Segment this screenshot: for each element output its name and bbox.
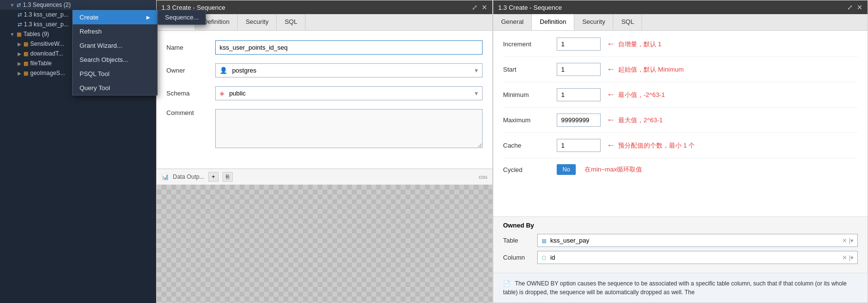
table-select-controls: ✕ |▾ (842, 237, 853, 244)
owned-table-label: Table (503, 237, 537, 244)
seq-label-2: 1.3 kss_user_p... (24, 21, 68, 28)
schema-row: Schema ◈ public ▾ (166, 86, 483, 100)
column-dropdown-icon[interactable]: |▾ (849, 254, 853, 261)
cycled-annotation-text: 在min~max循环取值 (585, 165, 642, 174)
tables-icon: ▦ (17, 31, 21, 38)
tables-label: Tables (9) (23, 31, 49, 38)
query-tool-label: Query Tool (80, 84, 110, 92)
minimum-arrow-icon: ← (606, 90, 615, 100)
owned-by-section: Owned By Table ▦ kss_user_pay ✕ |▾ Colum… (493, 216, 868, 273)
checker-area (157, 185, 492, 303)
comment-textarea[interactable] (215, 109, 483, 148)
table-label-3: fileTable (30, 60, 52, 67)
right-close-icon[interactable]: ✕ (857, 3, 863, 11)
cache-input[interactable] (557, 139, 601, 152)
sequences-group[interactable]: ▼ ⇄ 1.3 Sequences (2) (0, 0, 156, 10)
tab-sql-right[interactable]: SQL (613, 14, 642, 30)
table-label-1: SensitiveW... (30, 40, 64, 47)
increment-label: Increment (503, 40, 557, 48)
table-icon-2: ▦ (23, 51, 28, 57)
right-dialog-tabs: General Definition Security SQL (493, 14, 868, 31)
maximum-input[interactable] (557, 114, 601, 127)
table-dropdown-icon[interactable]: |▾ (849, 237, 853, 244)
menu-item-psql-tool[interactable]: PSQL Tool (73, 67, 157, 81)
name-row: Name (166, 40, 483, 55)
menu-item-grant-wizard[interactable]: Grant Wizard... (73, 38, 157, 53)
minimum-annotation-text: 最小值，-2^63-1 (618, 91, 665, 99)
cycled-toggle[interactable]: No (557, 164, 576, 175)
right-dialog-titlebar: 1.3 Create - Sequence ⤢ ✕ (493, 0, 868, 14)
seq-icon-1: ⇄ (18, 12, 22, 18)
increment-row: Increment ← 自增量，默认 1 (503, 38, 858, 57)
table-clear-icon[interactable]: ✕ (842, 237, 847, 244)
left-dialog-body: Name Owner 👤 postgres ▾ Schema ◈ public … (157, 31, 492, 169)
maximize-icon[interactable]: ⤢ (472, 3, 478, 11)
cache-arrow-icon: ← (606, 140, 615, 151)
info-box: 📄 The OWNED BY option causes the sequenc… (493, 273, 868, 303)
right-maximize-icon[interactable]: ⤢ (847, 3, 853, 11)
seq-icon-2: ⇄ (18, 21, 22, 28)
owned-column-row: Column ⬡ id ✕ |▾ (503, 251, 858, 264)
owned-by-title: Owned By (503, 222, 858, 229)
table-label-4: geoImageS... (30, 70, 65, 76)
owned-table-select[interactable]: ▦ kss_user_pay ✕ |▾ (537, 234, 858, 247)
cache-annotation: ← 预分配值的个数，最小 1 个 (606, 140, 695, 151)
data-output-label: Data Outp... (173, 173, 204, 180)
maximum-label: Maximum (503, 116, 557, 124)
cycled-row: Cycled No 在min~max循环取值 (503, 164, 858, 181)
increment-annotation: ← 自增量，默认 1 (606, 39, 662, 49)
left-title-controls: ⤢ ✕ (472, 3, 487, 11)
submenu-sequence[interactable]: Sequence... (158, 10, 205, 24)
add-row-btn[interactable]: + (208, 172, 219, 182)
start-input[interactable] (557, 63, 601, 76)
maximum-annotation-text: 最大值，2^63-1 (618, 116, 663, 125)
copy-row-btn[interactable]: ⎘ (222, 172, 233, 182)
menu-item-search-objects[interactable]: Search Objects... (73, 53, 157, 67)
submenu-create: Sequence... (158, 10, 206, 25)
search-objects-label: Search Objects... (80, 56, 128, 63)
schema-label: Schema (166, 90, 215, 97)
owned-col-icon: ⬡ (542, 255, 546, 261)
tab-general-right[interactable]: General (493, 14, 532, 30)
info-text: The OWNED BY option causes the sequence … (503, 280, 847, 296)
menu-item-create[interactable]: Create ▶ (73, 10, 157, 24)
minimum-input[interactable] (557, 88, 601, 101)
cycled-label: Cycled (503, 166, 557, 173)
user-icon: 👤 (220, 67, 227, 74)
minimum-annotation: ← 最小值，-2^63-1 (606, 90, 665, 100)
tab-definition-right[interactable]: Definition (532, 14, 574, 30)
minimum-label: Minimum (503, 91, 557, 98)
expand-icon-1: ▶ (18, 41, 21, 47)
owner-select[interactable]: 👤 postgres ▾ (215, 63, 483, 77)
table-icon-3: ▦ (23, 60, 28, 67)
close-icon[interactable]: ✕ (482, 3, 487, 11)
tab-security-right[interactable]: Security (574, 14, 613, 30)
start-arrow-icon: ← (606, 64, 615, 75)
owner-dropdown-icon: ▾ (475, 67, 478, 74)
menu-item-query-tool[interactable]: Query Tool (73, 81, 157, 95)
increment-input[interactable] (557, 38, 601, 51)
increment-arrow-icon: ← (606, 39, 615, 49)
name-input[interactable] (215, 40, 483, 55)
schema-select[interactable]: ◈ public ▾ (215, 86, 483, 100)
menu-item-refresh[interactable]: Refresh (73, 24, 157, 38)
schema-value: public (229, 90, 246, 97)
owned-table-row: Table ▦ kss_user_pay ✕ |▾ (503, 234, 858, 247)
tab-sql-left[interactable]: SQL (277, 14, 305, 30)
tab-security-left[interactable]: Security (238, 14, 277, 30)
sequences-label: 1.3 Sequences (2) (23, 1, 71, 8)
right-dialog: 1.3 Create - Sequence ⤢ ✕ General Defini… (493, 0, 868, 303)
count-label: cou (479, 174, 487, 180)
owned-table-icon: ▦ (542, 238, 546, 244)
schema-icon: ◈ (220, 90, 224, 97)
column-select-controls: ✕ |▾ (842, 254, 853, 261)
column-clear-icon[interactable]: ✕ (842, 254, 847, 261)
increment-annotation-text: 自增量，默认 1 (618, 40, 662, 49)
cache-label: Cache (503, 142, 557, 149)
owned-column-select[interactable]: ⬡ id ✕ |▾ (537, 251, 858, 264)
tables-caret-icon: ▼ (10, 32, 15, 37)
start-annotation-text: 起始值，默认 Minimum (618, 65, 684, 74)
seq-group-icon: ⇄ (17, 2, 21, 8)
table-label-2: downloadT... (30, 50, 63, 57)
refresh-label: Refresh (80, 28, 102, 35)
